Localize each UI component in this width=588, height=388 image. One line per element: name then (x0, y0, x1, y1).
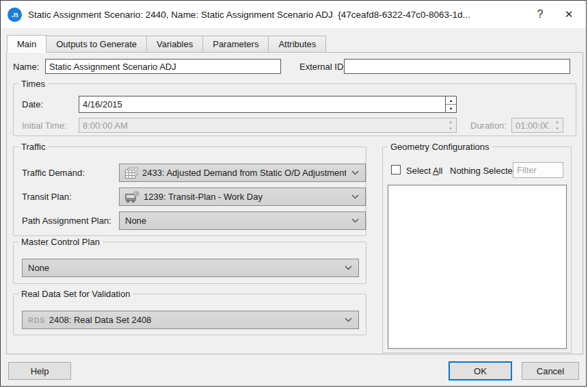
rds-icon: RDS (28, 316, 45, 324)
initial-time-spinbox: ▲ ▼ (79, 118, 457, 133)
traffic-demand-label: Traffic Demand: (22, 168, 85, 178)
tab-attributes[interactable]: Attributes (268, 36, 326, 53)
spin-down-icon[interactable]: ▼ (446, 105, 456, 112)
ok-button[interactable]: OK (449, 361, 512, 380)
real-data-set-value: 2408: Real Data Set 2408 (49, 315, 339, 325)
transit-plan-value: 1239: Transit-Plan - Work Day (144, 192, 346, 202)
cancel-button[interactable]: Cancel (522, 362, 579, 380)
bus-clock-icon (125, 191, 139, 203)
traffic-demand-combobox[interactable]: 2433: Adjusted Demand from Static O/D Ad… (119, 164, 366, 182)
name-input[interactable] (45, 59, 281, 74)
date-spinbox[interactable]: ▲ ▼ (79, 96, 457, 113)
tab-main[interactable]: Main (7, 35, 46, 53)
chevron-down-icon (351, 194, 359, 199)
tab-bar: Main Outputs to Generate Variables Param… (7, 35, 325, 53)
selection-status-text: Nothing Selected (450, 166, 518, 176)
select-all-label-post: ll (439, 166, 443, 176)
times-group-label: Times (18, 79, 48, 89)
chevron-down-icon (351, 170, 359, 175)
spin-down-icon: ▼ (552, 125, 563, 132)
times-group: Times Date: ▲ ▼ Initial Time: ▲ ▼ Durati… (13, 83, 576, 136)
duration-spin-buttons: ▲ ▼ (552, 118, 563, 132)
chevron-down-icon (351, 218, 359, 223)
master-control-plan-value: None (28, 263, 339, 273)
help-button[interactable]: Help (8, 362, 71, 380)
real-data-set-combobox[interactable]: RDS 2408: Real Data Set 2408 (22, 311, 359, 329)
date-label: Date: (22, 99, 43, 109)
od-matrix-icon (125, 167, 138, 179)
initial-time-label: Initial Time: (22, 120, 67, 131)
select-all-label-pre: Select (406, 166, 433, 176)
path-assignment-plan-value: None (125, 216, 346, 226)
traffic-group-label: Traffic (18, 142, 48, 152)
date-spin-buttons[interactable]: ▲ ▼ (445, 96, 456, 112)
real-data-set-group: Real Data Set for Validation RDS 2408: R… (13, 294, 366, 335)
filter-input[interactable] (513, 162, 563, 178)
spin-up-icon: ▲ (552, 118, 563, 125)
path-assignment-plan-combobox[interactable]: None (119, 211, 366, 230)
initial-time-spin-buttons: ▲ ▼ (445, 118, 456, 132)
master-control-plan-group-label: Master Control Plan (18, 237, 103, 247)
external-id-input[interactable] (344, 59, 570, 74)
master-control-plan-combobox[interactable]: None (22, 259, 359, 277)
spin-down-icon: ▼ (445, 125, 456, 132)
chevron-down-icon (345, 318, 352, 322)
transit-plan-combobox[interactable]: 1239: Transit-Plan - Work Day (119, 187, 366, 206)
select-all-label[interactable]: Select All (406, 166, 442, 176)
geometry-configurations-list[interactable] (388, 185, 567, 349)
date-input[interactable] (79, 96, 445, 112)
select-all-accelerator: A (433, 166, 439, 176)
duration-spinbox: ▲ ▼ (511, 118, 563, 133)
duration-input (512, 118, 552, 132)
geometry-configurations-group: Geometry Configurations Select All Nothi… (382, 146, 572, 353)
path-assignment-plan-label: Path Assignment Plan: (22, 216, 111, 226)
master-control-plan-group: Master Control Plan None (13, 242, 366, 284)
static-assignment-scenario-dialog: .n Static Assignment Scenario: 2440, Nam… (0, 0, 587, 387)
tab-parameters[interactable]: Parameters (202, 36, 269, 53)
external-id-label: External ID: (299, 62, 346, 72)
select-all-checkbox[interactable] (391, 165, 401, 174)
traffic-demand-value: 2433: Adjusted Demand from Static O/D Ad… (142, 168, 346, 178)
spin-up-icon: ▲ (445, 118, 456, 125)
real-data-set-group-label: Real Data Set for Validation (18, 289, 133, 299)
traffic-group: Traffic Traffic Demand: 2433: Adjusted D… (13, 146, 366, 236)
initial-time-input (79, 118, 445, 132)
name-label: Name: (13, 62, 39, 72)
duration-label: Duration: (470, 120, 507, 131)
transit-plan-label: Transit Plan: (22, 192, 72, 202)
spin-up-icon[interactable]: ▲ (446, 96, 456, 105)
tab-outputs-to-generate[interactable]: Outputs to Generate (46, 36, 147, 53)
tab-variables[interactable]: Variables (146, 36, 203, 53)
chevron-down-icon (345, 266, 352, 270)
geometry-configurations-group-label: Geometry Configurations (388, 142, 492, 152)
